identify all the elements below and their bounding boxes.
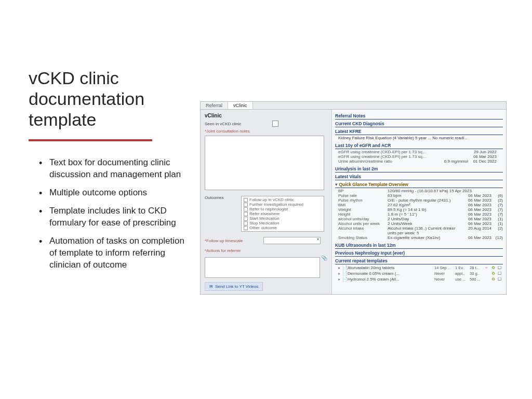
outcome-label: Start Medication: [249, 216, 280, 221]
outcome-label: Refer elsewhere: [249, 211, 280, 216]
rx-col: 1 Ev..: [455, 265, 470, 270]
rx-name: Dermovate 0.05% cream (...: [348, 271, 434, 276]
section-referral-notes[interactable]: Referral Notes: [335, 113, 503, 119]
rx-name: Hydromol 2.5% cream (All...: [348, 277, 434, 282]
rx-col: use ...: [455, 277, 470, 282]
vital-value: O/E - pulse rhythm regular (2431.): [388, 198, 463, 203]
rx-col: appl..: [455, 271, 470, 276]
vital-key: Weight: [338, 207, 388, 212]
rx-icon: 📄: [342, 277, 348, 282]
rx-box-icon[interactable]: ☐: [498, 277, 503, 282]
rx-box-icon[interactable]: ☐: [498, 265, 503, 270]
outcome-checkbox[interactable]: [244, 207, 248, 211]
vital-value: Ex-cigarette smoker (Xa1bv): [388, 235, 463, 240]
tab-referral[interactable]: Referral: [201, 102, 228, 109]
bullet-item: Automation of tasks on completion of tem…: [49, 235, 184, 271]
notes-label: *Joint consultation notes: [205, 129, 250, 134]
outcomes-label: Outcomes: [205, 195, 223, 200]
rx-col: 30 g..: [470, 271, 485, 276]
outcome-checkbox[interactable]: [244, 203, 248, 207]
section-repeats[interactable]: Current repeat templates: [335, 258, 503, 264]
vital-date: 06 Mar 2023: [463, 207, 491, 212]
consultation-notes-input[interactable]: [205, 136, 324, 190]
egfr-date: 29 Jun 2022: [468, 150, 497, 154]
bullet-item: Multiple outcome options: [49, 187, 184, 199]
vital-count: (7): [491, 212, 503, 217]
outcome-checkbox[interactable]: [244, 226, 248, 230]
outcome-checkbox[interactable]: [244, 198, 248, 202]
outcome-checkbox[interactable]: [244, 217, 248, 221]
outcome-checkbox[interactable]: [244, 221, 248, 225]
vital-value: 27.62 Kg/m²: [388, 203, 463, 207]
vital-key: Smoking Status: [338, 235, 388, 240]
egfr-label: eGFR using creatinine (CKD-EPI) per 1.73…: [338, 150, 427, 154]
seen-checkbox[interactable]: [272, 121, 278, 127]
expand-icon[interactable]: ▸: [338, 277, 342, 282]
vital-value: 1.8 m (= 5 ' 11"): [388, 212, 463, 217]
attachment-icon[interactable]: 📎: [321, 255, 327, 261]
acr-date: 01 Dec 2022: [468, 159, 497, 164]
vital-key: Alcohol units per week: [338, 221, 388, 226]
bullet-item: Template includes link to CKD formulary …: [49, 205, 184, 229]
vital-count: (2): [491, 198, 503, 203]
vital-date: 06 Mar 2023: [463, 198, 491, 203]
bullet-list: Text box for documenting clinic discussi…: [29, 157, 184, 271]
recycle-icon[interactable]: ♻: [491, 271, 498, 276]
section-latest-kfre[interactable]: Latest KFRE: [335, 128, 503, 135]
actions-input[interactable]: [205, 257, 320, 278]
rx-icon: 📄: [342, 265, 348, 270]
section-latest-vitals[interactable]: Latest Vitals: [335, 174, 503, 180]
vital-key: alcohol units/day: [338, 217, 388, 221]
bullet-item: Text box for documenting clinic discussi…: [49, 157, 184, 181]
clinical-app-screenshot: Referral vClinic vClinic Seen in vCKD cl…: [200, 101, 507, 295]
rx-col: 14 Sep ...: [434, 265, 455, 270]
actions-label: *Actions for referrer: [205, 248, 241, 253]
recycle-icon[interactable]: ♻: [491, 277, 498, 282]
outcome-label: Refer to nephrologist: [249, 207, 288, 211]
outcome-label: Follow up in vCKD clinic: [249, 197, 294, 202]
section-ckd-diagnosis[interactable]: Current CKD Diagnosis: [335, 121, 503, 127]
outcomes-list: Follow up in vCKD clinic Further investi…: [241, 196, 324, 232]
kfre-text: Kidney Failure Risk Equation (4 Variable…: [335, 135, 503, 141]
timescale-label: *Follow up timescale: [205, 238, 243, 243]
tab-bar: Referral vClinic: [201, 102, 506, 110]
section-quick-glance[interactable]: Quick Glance Template Overview: [335, 181, 503, 188]
vital-date: 06 Mar 2023: [463, 235, 491, 240]
outcome-label: Stop Medication: [249, 221, 279, 225]
vital-key: BP: [338, 189, 388, 193]
section-egfr-acr[interactable]: Last 10y of eGFR and ACR: [335, 142, 503, 149]
expand-icon[interactable]: ▸: [338, 265, 342, 270]
minus-icon[interactable]: −: [485, 265, 491, 270]
section-urinalysis[interactable]: Urinalysis in last 2m: [335, 166, 503, 172]
acr-value: 0.9 mg/mmol: [427, 159, 468, 164]
vital-date: 06 Mar 2023: [463, 212, 491, 217]
vital-key: BMI: [338, 203, 388, 207]
vitals-table: BP120/80 mmHg - (16.0/10.67 kPa) 15 Apr …: [335, 188, 503, 241]
outcome-label: Further investigation required: [249, 202, 303, 207]
section-prev-nephrology[interactable]: Previous Nephrology Input (ever): [335, 250, 503, 257]
vital-count: (7): [491, 203, 503, 207]
section-kub[interactable]: KUB Ultrasounds in last 12m: [335, 242, 503, 249]
title-underline: [29, 139, 152, 141]
vital-value: Alcohol intake (136..) Current drinker u…: [388, 226, 463, 235]
vital-date: 20 Aug 2014: [463, 226, 491, 235]
info-pane: Referral Notes Current CKD Diagnosis Lat…: [331, 110, 506, 294]
send-link-button[interactable]: Send Link to YT Videos: [205, 282, 263, 291]
vital-key: Pulse rate: [338, 193, 388, 198]
rx-box-icon[interactable]: ☐: [498, 271, 503, 276]
timescale-dropdown[interactable]: [263, 237, 321, 244]
vital-date: 06 Mar 2023: [463, 221, 491, 226]
vital-count: (1): [491, 221, 503, 226]
outcome-checkbox[interactable]: [244, 212, 248, 216]
vital-count: (7): [491, 207, 503, 212]
vital-date: 06 Mar 2023: [463, 193, 491, 198]
expand-icon[interactable]: ▸: [338, 271, 342, 276]
outcome-label: Other outcome: [249, 225, 277, 230]
vital-key: Alcohol intake: [338, 226, 388, 235]
tab-vclinic[interactable]: vClinic: [228, 102, 253, 109]
recycle-icon[interactable]: ♻: [491, 265, 498, 270]
vital-date: 06 Mar 2023: [463, 203, 491, 207]
seen-label: Seen in vCKD clinic: [205, 122, 241, 126]
vital-count: (2): [491, 226, 503, 235]
repeats-table: ▸📄Atorvastatin 20mg tablets14 Sep ...1 E…: [335, 264, 503, 283]
